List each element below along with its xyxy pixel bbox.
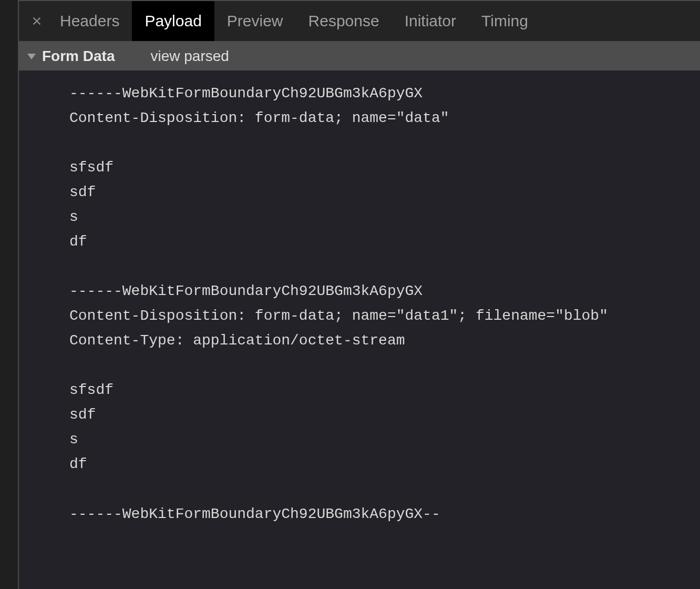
tab-headers[interactable]: Headers — [47, 1, 132, 41]
section-title: Form Data — [42, 48, 115, 65]
view-parsed-link[interactable]: view parsed — [150, 48, 229, 65]
tab-timing[interactable]: Timing — [469, 1, 541, 41]
section-bar: Form Data view parsed — [19, 42, 700, 70]
payload-body: ------WebKitFormBoundaryCh92UBGm3kA6pyGX… — [19, 70, 700, 589]
disclosure-triangle-icon[interactable] — [27, 54, 36, 59]
tab-response[interactable]: Response — [296, 1, 392, 41]
tab-initiator[interactable]: Initiator — [392, 1, 469, 41]
tab-payload[interactable]: Payload — [132, 1, 214, 41]
tab-preview[interactable]: Preview — [214, 1, 296, 41]
main-panel: Headers Payload Preview Response Initiat… — [19, 0, 700, 589]
close-button[interactable] — [26, 11, 47, 32]
close-icon — [31, 15, 43, 27]
left-rail — [0, 0, 19, 589]
tab-bar: Headers Payload Preview Response Initiat… — [19, 1, 700, 42]
tabs: Headers Payload Preview Response Initiat… — [47, 1, 541, 41]
